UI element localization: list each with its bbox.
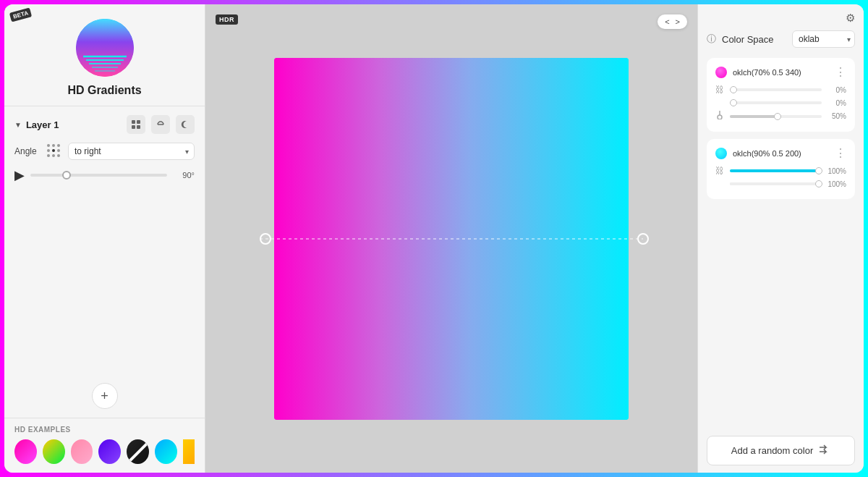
example-swatch-6[interactable]	[155, 439, 177, 464]
sidebar: BETA	[4, 4, 205, 473]
dot	[47, 154, 50, 157]
nav-arrows: < >	[658, 14, 687, 29]
svg-point-1	[76, 19, 134, 77]
angle-slider-row: ▶ 90°	[14, 167, 195, 183]
svg-point-15	[638, 234, 648, 244]
add-random-color-button[interactable]: Add a random color	[707, 436, 855, 465]
chain3-icon: ⛓	[715, 166, 726, 176]
add-layer-button[interactable]: +	[92, 383, 118, 409]
info-icon: ⓘ	[707, 33, 716, 46]
svg-point-14	[260, 234, 271, 244]
dot-active	[52, 149, 55, 152]
layer-title-group: ▼ Layer 1	[14, 119, 59, 130]
stop-slider-2-thumb[interactable]	[730, 99, 737, 106]
stop-slider-4-value: 100%	[826, 167, 846, 175]
layer-name: Layer 1	[26, 119, 59, 130]
examples-label: HD EXAMPLES	[14, 426, 195, 434]
direction-select-wrap[interactable]: to right to left to top to bottom	[68, 143, 195, 160]
stop-slider-1-value: 0%	[826, 86, 846, 94]
color-stop-2-dot[interactable]	[715, 148, 727, 159]
example-swatch-1[interactable]	[14, 439, 37, 464]
stop-slider-1-thumb[interactable]	[730, 86, 737, 93]
right-top-row: ⚙	[707, 12, 855, 25]
stop-slider-3-thumb[interactable]	[774, 113, 781, 120]
color-space-row: ⓘ Color Space oklab oklch srgb display-p…	[707, 30, 855, 48]
stop-slider-2-row: ⛓ 0%	[715, 98, 846, 108]
stop-slider-5-row: ⛓ 100%	[715, 179, 846, 189]
stop-slider-5-thumb[interactable]	[815, 180, 822, 187]
dot	[47, 149, 50, 152]
right-panel: ⚙ ⓘ Color Space oklab oklch srgb display…	[697, 4, 864, 473]
prev-arrow[interactable]: <	[663, 17, 671, 26]
stop-slider-4-fill	[730, 169, 822, 172]
direction-select[interactable]: to right to left to top to bottom	[68, 143, 195, 160]
color-stop-2-header: oklch(90% 0.5 200) ⋮	[715, 146, 846, 160]
dot	[52, 144, 55, 147]
midpoint-icon	[715, 111, 726, 122]
example-swatch-4[interactable]	[98, 439, 121, 464]
stop-slider-midpoint-row: 50%	[715, 111, 846, 122]
dot	[57, 149, 60, 152]
main-container: BETA	[4, 4, 864, 473]
example-swatch-3[interactable]	[71, 439, 93, 464]
stop-slider-3-track	[730, 115, 822, 118]
next-arrow[interactable]: >	[674, 17, 681, 26]
stop-slider-3-fill	[730, 115, 776, 118]
examples-row	[14, 439, 195, 464]
stop-slider-position-row: ⛓ 0%	[715, 85, 846, 95]
layer-grid-button[interactable]	[127, 115, 145, 134]
gradient-display	[274, 58, 629, 420]
angle-label: Angle	[14, 146, 41, 156]
layer-chevron-icon[interactable]: ▼	[14, 121, 22, 129]
color-stop-2-card: oklch(90% 0.5 200) ⋮ ⛓ 100% ⛓ 100%	[707, 139, 855, 199]
shuffle-icon	[819, 444, 830, 457]
color-stop-1-more-icon[interactable]: ⋮	[835, 65, 846, 79]
stop-slider-2-value: 0%	[826, 99, 846, 107]
stop-slider-5-value: 100%	[826, 180, 846, 188]
layer-header: ▼ Layer 1	[14, 115, 195, 134]
color-stop-1-header: oklch(70% 0.5 340) ⋮	[715, 65, 846, 79]
dot	[52, 154, 55, 157]
angle-slider[interactable]	[30, 174, 167, 177]
dot	[57, 144, 60, 147]
svg-rect-8	[137, 120, 140, 124]
app-logo	[76, 19, 134, 77]
gradient-canvas[interactable]	[274, 58, 629, 420]
color-space-select-wrap[interactable]: oklab oklch srgb display-p3	[792, 30, 855, 48]
svg-rect-9	[132, 125, 135, 129]
hdr-badge: HDR	[216, 14, 238, 25]
dot	[57, 154, 60, 157]
example-swatch-5[interactable]	[127, 439, 149, 464]
svg-line-12	[127, 439, 149, 464]
stop-slider-3-value: 50%	[826, 112, 846, 120]
settings-button[interactable]: ⚙	[846, 12, 855, 25]
sidebar-header: BETA	[4, 4, 205, 106]
stop-slider-1-track	[730, 88, 822, 91]
stop-slider-2-track	[730, 101, 822, 104]
dots-grid-icon	[46, 143, 62, 159]
dot	[47, 144, 50, 147]
app-title: HD Gradients	[67, 84, 141, 97]
stop-slider-5-fill	[730, 182, 822, 185]
examples-section: HD EXAMPLES	[4, 418, 205, 473]
svg-point-17	[718, 115, 722, 119]
color-space-select[interactable]: oklab oklch srgb display-p3	[792, 30, 855, 48]
color-stop-2-value: oklch(90% 0.5 200)	[733, 149, 829, 158]
angle-row: Angle to right to left to t	[14, 143, 195, 160]
layer-half-circle-button[interactable]	[151, 115, 170, 134]
add-random-label: Add a random color	[731, 445, 813, 456]
angle-slider-icon: ▶	[14, 167, 25, 183]
svg-rect-10	[137, 125, 140, 129]
chain-icon: ⛓	[715, 85, 726, 95]
layer-section: ▼ Layer 1	[4, 106, 205, 383]
color-stop-1-dot[interactable]	[715, 67, 727, 78]
example-swatch-7[interactable]	[183, 439, 195, 464]
color-space-label: Color Space	[722, 34, 786, 45]
angle-value: 90°	[173, 171, 195, 180]
color-stop-2-more-icon[interactable]: ⋮	[835, 146, 846, 160]
beta-badge: BETA	[9, 7, 33, 22]
stop-slider-4-thumb[interactable]	[815, 167, 822, 174]
layer-moon-button[interactable]	[176, 115, 195, 134]
layer-icons	[127, 115, 195, 134]
example-swatch-2[interactable]	[43, 439, 65, 464]
